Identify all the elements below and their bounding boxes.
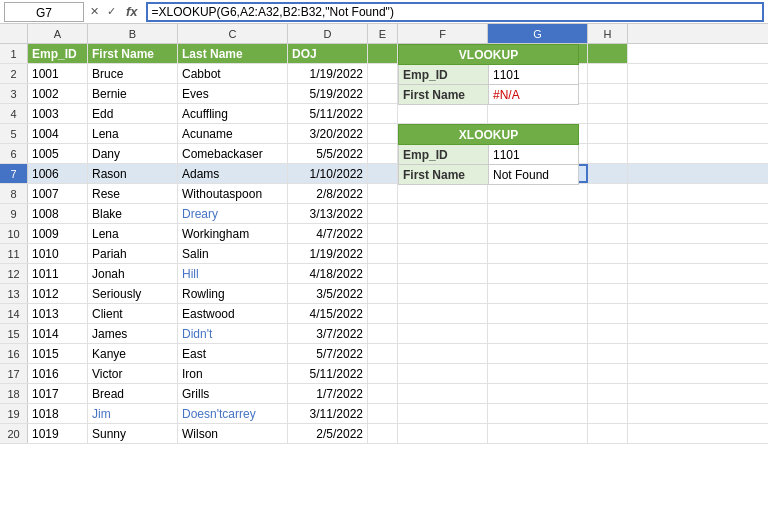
cell-E11[interactable] (368, 244, 398, 263)
cell-C11[interactable]: Salin (178, 244, 288, 263)
cell-D20[interactable]: 2/5/2022 (288, 424, 368, 443)
cell-C13[interactable]: Rowling (178, 284, 288, 303)
cell-H19[interactable] (588, 404, 628, 423)
cell-H5[interactable] (588, 124, 628, 143)
cell-F11[interactable] (398, 244, 488, 263)
table-row[interactable]: 141013ClientEastwood4/15/2022 (0, 304, 768, 324)
cell-B5[interactable]: Lena (88, 124, 178, 143)
cell-D1[interactable]: DOJ (288, 44, 368, 63)
lookup-empid-value[interactable]: 1101 (489, 65, 579, 85)
cell-D19[interactable]: 3/11/2022 (288, 404, 368, 423)
cell-D10[interactable]: 4/7/2022 (288, 224, 368, 243)
cell-C20[interactable]: Wilson (178, 424, 288, 443)
cell-G4[interactable] (488, 104, 588, 123)
cell-H1[interactable] (588, 44, 628, 63)
cell-C12[interactable]: Hill (178, 264, 288, 283)
cell-E17[interactable] (368, 364, 398, 383)
cell-C10[interactable]: Workingham (178, 224, 288, 243)
cell-A10[interactable]: 1009 (28, 224, 88, 243)
cell-A11[interactable]: 1010 (28, 244, 88, 263)
cell-B7[interactable]: Rason (88, 164, 178, 183)
cell-H8[interactable] (588, 184, 628, 203)
cell-E3[interactable] (368, 84, 398, 103)
cell-A4[interactable]: 1003 (28, 104, 88, 123)
cell-E14[interactable] (368, 304, 398, 323)
cell-B16[interactable]: Kanye (88, 344, 178, 363)
cell-C16[interactable]: East (178, 344, 288, 363)
cell-E19[interactable] (368, 404, 398, 423)
col-header-f[interactable]: F (398, 24, 488, 43)
col-header-h[interactable]: H (588, 24, 628, 43)
col-header-a[interactable]: A (28, 24, 88, 43)
table-row[interactable]: 71006RasonAdams1/10/2022 (0, 164, 768, 184)
cell-G10[interactable] (488, 224, 588, 243)
table-row[interactable]: 101009LenaWorkingham4/7/2022 (0, 224, 768, 244)
col-header-b[interactable]: B (88, 24, 178, 43)
table-row[interactable]: 151014JamesDidn't3/7/2022 (0, 324, 768, 344)
cell-H11[interactable] (588, 244, 628, 263)
cell-D7[interactable]: 1/10/2022 (288, 164, 368, 183)
col-header-g[interactable]: G (488, 24, 588, 43)
cell-F12[interactable] (398, 264, 488, 283)
cell-E18[interactable] (368, 384, 398, 403)
cell-D3[interactable]: 5/19/2022 (288, 84, 368, 103)
col-header-c[interactable]: C (178, 24, 288, 43)
cell-G11[interactable] (488, 244, 588, 263)
cell-H6[interactable] (588, 144, 628, 163)
table-row[interactable]: 31002BernieEves5/19/2022 (0, 84, 768, 104)
cell-E13[interactable] (368, 284, 398, 303)
cell-F9[interactable] (398, 204, 488, 223)
cell-E5[interactable] (368, 124, 398, 143)
cell-E8[interactable] (368, 184, 398, 203)
cell-C19[interactable]: Doesn'tcarrey (178, 404, 288, 423)
cell-F19[interactable] (398, 404, 488, 423)
cell-E1[interactable] (368, 44, 398, 63)
table-row[interactable]: 81007ReseWithoutaspoon2/8/2022 (0, 184, 768, 204)
cell-E16[interactable] (368, 344, 398, 363)
cell-H4[interactable] (588, 104, 628, 123)
cell-A2[interactable]: 1001 (28, 64, 88, 83)
cell-C18[interactable]: Grills (178, 384, 288, 403)
cell-A9[interactable]: 1008 (28, 204, 88, 223)
cell-B20[interactable]: Sunny (88, 424, 178, 443)
table-row[interactable]: 191018JimDoesn'tcarrey3/11/2022 (0, 404, 768, 424)
cell-D14[interactable]: 4/15/2022 (288, 304, 368, 323)
cell-G18[interactable] (488, 384, 588, 403)
cell-E4[interactable] (368, 104, 398, 123)
cell-B19[interactable]: Jim (88, 404, 178, 423)
cell-E9[interactable] (368, 204, 398, 223)
cell-B1[interactable]: First Name (88, 44, 178, 63)
cell-A7[interactable]: 1006 (28, 164, 88, 183)
cell-H2[interactable] (588, 64, 628, 83)
cell-H12[interactable] (588, 264, 628, 283)
cell-F15[interactable] (398, 324, 488, 343)
cell-D12[interactable]: 4/18/2022 (288, 264, 368, 283)
cell-D13[interactable]: 3/5/2022 (288, 284, 368, 303)
cell-D4[interactable]: 5/11/2022 (288, 104, 368, 123)
cell-B8[interactable]: Rese (88, 184, 178, 203)
cell-A6[interactable]: 1005 (28, 144, 88, 163)
cell-H18[interactable] (588, 384, 628, 403)
cell-C7[interactable]: Adams (178, 164, 288, 183)
cell-D15[interactable]: 3/7/2022 (288, 324, 368, 343)
table-row[interactable]: 201019SunnyWilson2/5/2022 (0, 424, 768, 444)
cell-C17[interactable]: Iron (178, 364, 288, 383)
cell-D2[interactable]: 1/19/2022 (288, 64, 368, 83)
cell-A16[interactable]: 1015 (28, 344, 88, 363)
cell-E10[interactable] (368, 224, 398, 243)
cell-B9[interactable]: Blake (88, 204, 178, 223)
cell-H10[interactable] (588, 224, 628, 243)
cell-F13[interactable] (398, 284, 488, 303)
cell-H14[interactable] (588, 304, 628, 323)
cell-G19[interactable] (488, 404, 588, 423)
cell-B3[interactable]: Bernie (88, 84, 178, 103)
table-row[interactable]: 51004LenaAcuname3/20/2022 (0, 124, 768, 144)
table-row[interactable]: 1Emp_IDFirst NameLast NameDOJ (0, 44, 768, 64)
cell-H9[interactable] (588, 204, 628, 223)
cell-G14[interactable] (488, 304, 588, 323)
cell-C2[interactable]: Cabbot (178, 64, 288, 83)
cell-F14[interactable] (398, 304, 488, 323)
cell-B12[interactable]: Jonah (88, 264, 178, 283)
cell-E12[interactable] (368, 264, 398, 283)
cell-C15[interactable]: Didn't (178, 324, 288, 343)
